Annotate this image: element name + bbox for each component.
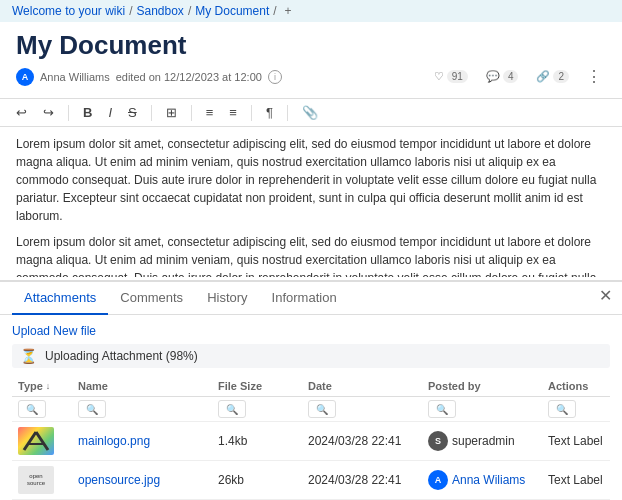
upload-new-file-button[interactable]: Upload New file xyxy=(12,324,96,338)
opensource-thumbnail: open source xyxy=(18,466,54,494)
more-options-button[interactable]: ⋮ xyxy=(582,65,606,88)
svg-line-1 xyxy=(36,432,48,450)
breadcrumb-doc[interactable]: My Document xyxy=(195,4,269,18)
col-actions-label: Actions xyxy=(548,380,588,392)
comments-button[interactable]: 💬 4 xyxy=(481,68,524,85)
opensource-link[interactable]: opensource.jpg xyxy=(78,473,160,487)
logo-thumbnail xyxy=(18,427,54,455)
table-header: Type ↓ Name File Size Date Posted by Act… xyxy=(12,376,610,397)
search-date[interactable]: 🔍 xyxy=(308,400,336,418)
toolbar-sep-2 xyxy=(151,105,152,121)
actions-mainlogo[interactable]: Text Label xyxy=(548,434,622,448)
meta-right: ♡ 91 💬 4 🔗 2 ⋮ xyxy=(429,65,606,88)
mainlogo-link[interactable]: mainlogo.png xyxy=(78,434,150,448)
superadmin-name: superadmin xyxy=(452,434,515,448)
anna-avatar: A xyxy=(428,470,448,490)
posted-by-superadmin: S superadmin xyxy=(428,431,548,451)
italic-button[interactable]: I xyxy=(104,103,116,122)
table-button[interactable]: ⊞ xyxy=(162,103,181,122)
col-posted-label: Posted by xyxy=(428,380,481,392)
links-count: 2 xyxy=(553,70,569,83)
col-type[interactable]: Type ↓ xyxy=(18,380,78,392)
file-date-mainlogo: 2024/03/28 22:41 xyxy=(308,434,428,448)
file-name-opensource[interactable]: opensource.jpg xyxy=(78,473,218,487)
anna-link[interactable]: Anna Wiliams xyxy=(452,473,525,487)
col-date[interactable]: Date xyxy=(308,380,428,392)
info-icon[interactable]: i xyxy=(268,70,282,84)
col-type-label: Type xyxy=(18,380,43,392)
file-thumb-opensource: open source xyxy=(18,466,78,494)
links-button[interactable]: 🔗 2 xyxy=(531,68,574,85)
breadcrumb-sep-1: / xyxy=(129,4,132,18)
edited-text: edited on 12/12/2023 at 12:00 xyxy=(116,71,262,83)
breadcrumb-sandbox[interactable]: Sandbox xyxy=(137,4,184,18)
sort-type-icon: ↓ xyxy=(46,381,51,391)
content-p2: Lorem ipsum dolor sit amet, consectetur … xyxy=(16,233,606,277)
content-p1: Lorem ipsum dolor sit amet, consectetur … xyxy=(16,135,606,225)
page-header: My Document A Anna Williams edited on 12… xyxy=(0,22,622,98)
search-actions[interactable]: 🔍 xyxy=(548,400,576,418)
redo-button[interactable]: ↪ xyxy=(39,103,58,122)
strikethrough-button[interactable]: S xyxy=(124,103,141,122)
file-size-opensource: 26kb xyxy=(218,473,308,487)
comment-icon: 💬 xyxy=(486,70,500,83)
breadcrumb-sep-3: / xyxy=(273,4,276,18)
breadcrumb: Welcome to your wiki / Sandbox / My Docu… xyxy=(0,0,622,22)
paragraph-button[interactable]: ¶ xyxy=(262,103,277,122)
attachments-table: Type ↓ Name File Size Date Posted by Act… xyxy=(12,376,610,500)
breadcrumb-add[interactable]: + xyxy=(285,4,292,18)
panel-close-button[interactable]: ✕ xyxy=(599,288,612,304)
col-size-label: File Size xyxy=(218,380,262,392)
toolbar-sep-1 xyxy=(68,105,69,121)
table-row: open source opensource.jpg 26kb 2024/03/… xyxy=(12,461,610,500)
toolbar-sep-5 xyxy=(287,105,288,121)
attachments-panel: ✕ Attachments Comments History Informati… xyxy=(0,280,622,500)
file-thumb-mainlogo xyxy=(18,427,78,455)
col-date-label: Date xyxy=(308,380,332,392)
meta-left: A Anna Williams edited on 12/12/2023 at … xyxy=(16,68,282,86)
file-name-mainlogo[interactable]: mainlogo.png xyxy=(78,434,218,448)
breadcrumb-sep-2: / xyxy=(188,4,191,18)
col-name-label: Name xyxy=(78,380,108,392)
file-size-mainlogo: 1.4kb xyxy=(218,434,308,448)
col-name[interactable]: Name xyxy=(78,380,218,392)
tab-history[interactable]: History xyxy=(195,282,259,315)
toolbar-sep-3 xyxy=(191,105,192,121)
toolbar-sep-4 xyxy=(251,105,252,121)
ul-button[interactable]: ≡ xyxy=(202,103,218,122)
posted-by-anna: A Anna Wiliams xyxy=(428,470,548,490)
upload-progress-bar: ⏳ Uploading Attachment (98%) xyxy=(12,344,610,368)
table-search-row: 🔍 🔍 🔍 🔍 🔍 🔍 xyxy=(12,397,610,422)
search-type[interactable]: 🔍 xyxy=(18,400,46,418)
col-size[interactable]: File Size xyxy=(218,380,308,392)
tab-comments[interactable]: Comments xyxy=(108,282,195,315)
heart-icon: ♡ xyxy=(434,70,444,83)
upload-progress-text: Uploading Attachment (98%) xyxy=(45,349,198,363)
attachment-button[interactable]: 📎 xyxy=(298,103,322,122)
document-content[interactable]: Lorem ipsum dolor sit amet, consectetur … xyxy=(0,127,622,277)
panel-body: Upload New file ⏳ Uploading Attachment (… xyxy=(0,315,622,500)
author-name: Anna Williams xyxy=(40,71,110,83)
file-date-opensource: 2024/03/28 22:41 xyxy=(308,473,428,487)
logo-svg xyxy=(20,428,52,454)
search-name[interactable]: 🔍 xyxy=(78,400,106,418)
tab-attachments[interactable]: Attachments xyxy=(12,282,108,315)
comments-count: 4 xyxy=(503,70,519,83)
search-size[interactable]: 🔍 xyxy=(218,400,246,418)
col-posted[interactable]: Posted by xyxy=(428,380,548,392)
panel-tabs: Attachments Comments History Information xyxy=(0,282,622,315)
opensource-thumb-text: open source xyxy=(20,473,52,487)
breadcrumb-wiki[interactable]: Welcome to your wiki xyxy=(12,4,125,18)
likes-button[interactable]: ♡ 91 xyxy=(429,68,473,85)
author-avatar: A xyxy=(16,68,34,86)
bold-button[interactable]: B xyxy=(79,103,96,122)
undo-button[interactable]: ↩ xyxy=(12,103,31,122)
actions-opensource[interactable]: Text Label xyxy=(548,473,622,487)
search-posted[interactable]: 🔍 xyxy=(428,400,456,418)
table-row: mainlogo.png 1.4kb 2024/03/28 22:41 S su… xyxy=(12,422,610,461)
col-actions: Actions xyxy=(548,380,622,392)
ol-button[interactable]: ≡ xyxy=(225,103,241,122)
hourglass-icon: ⏳ xyxy=(20,348,37,364)
superadmin-avatar: S xyxy=(428,431,448,451)
tab-information[interactable]: Information xyxy=(260,282,349,315)
